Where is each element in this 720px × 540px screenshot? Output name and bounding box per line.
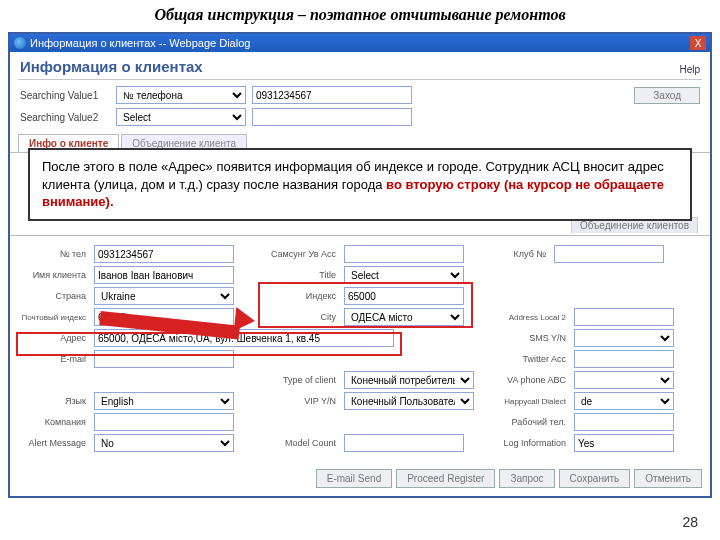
instruction-note: После этого в поле «Адрес» появится инфо… <box>28 148 692 221</box>
addr2-input[interactable] <box>574 308 674 326</box>
find-button[interactable]: Заход <box>634 87 700 104</box>
proceed-button[interactable]: Proceed Register <box>396 469 495 488</box>
close-icon[interactable]: X <box>690 36 706 50</box>
tel-input[interactable] <box>94 245 234 263</box>
vip-label: VIP Y/N <box>260 396 340 406</box>
worktel-label: Рабочий тел. <box>490 417 570 427</box>
dial-select[interactable]: de <box>574 392 674 410</box>
title-label: Title <box>260 270 340 280</box>
window-title: Информация о клиентах -- Webpage Dialog <box>30 37 250 49</box>
search1-select[interactable]: № телефона <box>116 86 246 104</box>
model-input[interactable] <box>344 434 464 452</box>
vip-select[interactable]: Конечный Пользователь <box>344 392 474 410</box>
lang-label: Язык <box>20 396 90 406</box>
titlebar: Информация о клиентах -- Webpage Dialog … <box>10 34 710 52</box>
type-select[interactable]: Конечный потребитель <box>344 371 474 389</box>
index-input[interactable] <box>344 287 464 305</box>
search1-label: Searching Value1 <box>20 90 110 101</box>
ie-icon <box>14 37 26 49</box>
save-button[interactable]: Сохранить <box>559 469 631 488</box>
city-label: City <box>260 312 340 322</box>
cancel-button[interactable]: Отменить <box>634 469 702 488</box>
postal-label: Почтовый индекс <box>20 313 90 322</box>
title-select[interactable]: Select <box>344 266 464 284</box>
company-label: Компания <box>20 417 90 427</box>
addr2-label: Address Local 2 <box>490 313 570 322</box>
alert-label: Alert Message <box>20 438 90 448</box>
acc-input[interactable] <box>344 245 464 263</box>
bottom-bar: E-mail Send Proceed Register Запрос Сохр… <box>10 465 710 496</box>
twitter-input[interactable] <box>574 350 674 368</box>
email-label: E-mail <box>20 354 90 364</box>
acc-label: Самсунг Ув Acc <box>260 249 340 259</box>
form-area: № тел Самсунг Ув Acc Клуб № Имя клиента … <box>10 235 710 465</box>
model-label: Model Count <box>260 438 340 448</box>
index-label: Индекс <box>260 291 340 301</box>
twitter-label: Twitter Acc <box>490 354 570 364</box>
search2-input[interactable] <box>252 108 412 126</box>
club-input[interactable] <box>554 245 664 263</box>
city-select[interactable]: ОДЕСА місто <box>344 308 464 326</box>
slide-title: Общая инструкция – поэтапное отчитывание… <box>0 0 720 32</box>
lang-select[interactable]: English <box>94 392 234 410</box>
log-label: Log Information <box>490 438 570 448</box>
via-select[interactable] <box>574 371 674 389</box>
search2-label: Searching Value2 <box>20 112 110 123</box>
club-label: Клуб № <box>490 249 550 259</box>
search2-select[interactable]: Select <box>116 108 246 126</box>
email-send-button[interactable]: E-mail Send <box>316 469 392 488</box>
country-label: Страна <box>20 291 90 301</box>
name-label: Имя клиента <box>20 270 90 280</box>
sms-select[interactable] <box>574 329 674 347</box>
dialog-window: Информация о клиентах -- Webpage Dialog … <box>8 32 712 498</box>
alert-select[interactable]: No <box>94 434 234 452</box>
sms-label: SMS Y/N <box>490 333 570 343</box>
red-arrow <box>100 306 260 330</box>
help-link[interactable]: Help <box>679 64 700 75</box>
addr-label: Адрес <box>20 333 90 343</box>
type-label: Type of client <box>260 375 340 385</box>
dial-label: Happycall Dialect <box>490 397 570 406</box>
worktel-input[interactable] <box>574 413 674 431</box>
name-input[interactable] <box>94 266 234 284</box>
page-title: Информация о клиентах <box>20 58 203 75</box>
country-select[interactable]: Ukraine <box>94 287 234 305</box>
search1-input[interactable] <box>252 86 412 104</box>
company-input[interactable] <box>94 413 234 431</box>
log-input[interactable] <box>574 434 674 452</box>
email-input[interactable] <box>94 350 234 368</box>
via-label: VA phone ABC <box>490 375 570 385</box>
page-number: 28 <box>682 514 698 530</box>
zapros-button[interactable]: Запрос <box>499 469 554 488</box>
tel-label: № тел <box>20 249 90 259</box>
